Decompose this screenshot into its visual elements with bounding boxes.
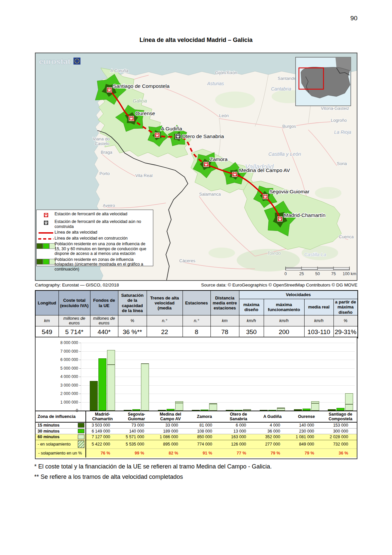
stats-unit-6: km <box>210 315 239 326</box>
eurostat-logo: eurostat <box>39 57 80 66</box>
region-label: Galicia <box>133 98 147 103</box>
stats-value-4: 22 <box>147 326 183 338</box>
category-label-5: A Gudiña <box>255 411 289 422</box>
station-icon <box>278 217 282 221</box>
category-label-0: Madrid-Chamartín <box>85 411 119 422</box>
city-label: Viana do <box>93 136 110 141</box>
map-credits: Cartography: Eurostat — GISCO, 02/2018 S… <box>35 282 357 287</box>
legend-label: Estación de ferrocarril de alta velocida… <box>55 219 151 229</box>
station-icon <box>44 213 48 218</box>
stats-values-row: 5495 714*440*36 %**22878350200103-11029-… <box>35 326 358 338</box>
scale-tick-label: 75 <box>331 272 336 276</box>
city-label: Aveiro <box>103 203 115 208</box>
city-label: Porto <box>99 171 110 176</box>
footnote-2: ** Se refiere a los tramos de alta veloc… <box>34 473 360 480</box>
overlap-line-6 <box>311 403 319 404</box>
zone-value: 5 422 000 <box>85 440 119 449</box>
gridline <box>81 351 355 352</box>
y-axis-label: 8 000 000 <box>38 340 78 345</box>
zone-value: 36 % <box>324 449 357 458</box>
stats-header-6: Distancia media entre estaciones <box>210 290 239 315</box>
y-axis-label: 1 000 000 <box>38 400 78 405</box>
legend-item: Estación de ferrocarril de alta velocida… <box>37 212 151 218</box>
stats-value-8: 200 <box>264 326 304 338</box>
legend-label: Población residente en zonas de influenc… <box>55 257 151 272</box>
map: AsturiasCantabriaLa RiojaGaliciaCastilla… <box>35 53 357 281</box>
stats-speed-header-3: a partir de máxima diseño <box>333 299 358 315</box>
station-label: Zamora <box>210 156 228 162</box>
stats-value-0: 549 <box>35 326 59 338</box>
zone-value: 7 127 000 <box>85 434 119 440</box>
bar-60minutos-0 <box>107 350 115 411</box>
stats-unit-8: km/h <box>264 315 304 326</box>
zone-value: 82 % <box>154 449 188 458</box>
zone-value: 732 000 <box>324 440 357 449</box>
legend-label: Estación de ferrocarril de alta velocida… <box>55 212 151 217</box>
stats-value-9: 103-110 <box>304 326 333 338</box>
city-label: Braga <box>101 150 112 155</box>
bar-60minutos-7 <box>345 393 353 411</box>
zone-value: 230 000 <box>290 429 324 434</box>
station-icon <box>129 116 134 121</box>
zone-value: 2 028 000 <box>324 434 357 440</box>
zone-value: 3 503 000 <box>85 423 119 428</box>
stats-value-6: 78 <box>210 326 239 338</box>
station-icon <box>107 88 112 92</box>
document-page: 90 Línea de alta velocidad Madrid – Gali… <box>0 0 392 555</box>
city-label: Santander <box>278 76 298 81</box>
station-label: Ourense <box>135 110 155 116</box>
zone-value: 189 000 <box>154 429 188 434</box>
y-axis-label: 3 000 000 <box>38 383 78 388</box>
bar-30minutos-7 <box>336 408 344 411</box>
stats-unit-5: n.° <box>183 315 210 326</box>
zone-value: 774 000 <box>188 440 221 449</box>
city-label: Soria <box>337 161 347 166</box>
station-unbuilt-icon <box>44 221 48 225</box>
region-label: Asturias <box>207 81 224 86</box>
stats-unit-1: millones de euros <box>59 315 90 326</box>
population-chart: 01 000 0002 000 0003 000 0004 000 0005 0… <box>35 337 357 459</box>
zone-value: 895 000 <box>154 440 188 449</box>
station-label: Madrid-Chamartín <box>284 212 326 218</box>
zone-value: 99 % <box>119 449 153 458</box>
zone-swatch-hatch <box>78 441 84 448</box>
map-legend: Estación de ferrocarril de alta velocida… <box>36 210 153 266</box>
zone-value: 108 000 <box>188 429 221 434</box>
station-label: Segovia-Guiomar <box>269 189 310 194</box>
zone-value: 76 % <box>85 449 119 458</box>
zone-row-0: 15 minutos3 503 00073 00033 00081 0006 0… <box>36 423 357 429</box>
zone-row-3: - en solapamiento5 422 0005 535 000895 0… <box>36 440 357 449</box>
stats-value-3: 36 %** <box>118 326 147 338</box>
city-label: Gijón/Xixón <box>215 70 237 75</box>
stats-header-0: Longitud <box>35 290 59 315</box>
zone-value: 5 535 000 <box>119 440 153 449</box>
bar-60minutos-1 <box>141 363 149 411</box>
stats-value-7: 350 <box>239 326 264 338</box>
zone-value: 6 000 <box>221 423 255 428</box>
svg-text:eurostat: eurostat <box>39 57 70 66</box>
stats-value-5: 8 <box>183 326 210 338</box>
overlap-line-3 <box>209 404 217 404</box>
station-icon <box>204 162 208 167</box>
overlap-line-4 <box>243 409 251 410</box>
zone-row-label: 15 minutos <box>38 423 60 428</box>
legend-item: Población residente en una zona de influ… <box>37 242 151 256</box>
region-label: Castilla y León <box>268 151 301 157</box>
overlap-line-2 <box>175 403 183 403</box>
hs-station-unbuilt-icon <box>37 219 55 226</box>
y-axis <box>81 343 81 411</box>
legend-label: Población residente en una zona de influ… <box>55 242 151 256</box>
city-label: A Coruña <box>110 68 129 73</box>
gridline <box>81 385 355 386</box>
zone-value: 79 % <box>290 449 324 458</box>
zone-value: 850 000 <box>188 434 221 440</box>
stats-value-2: 440* <box>90 326 118 338</box>
stats-units-row: kmmillones de eurosmillones de euros%n.°… <box>35 315 358 326</box>
zone-value: 77 % <box>221 449 255 458</box>
stats-table: LongitudCoste total (excluido IVA)Fondos… <box>35 290 358 338</box>
scale-tick-label: 0 <box>285 272 287 276</box>
category-label-6: Ourense <box>290 411 324 422</box>
zone-value: 81 000 <box>188 423 221 428</box>
station-label: Otero de Sanabria <box>182 133 224 139</box>
zone-swatch-bright <box>78 429 84 433</box>
